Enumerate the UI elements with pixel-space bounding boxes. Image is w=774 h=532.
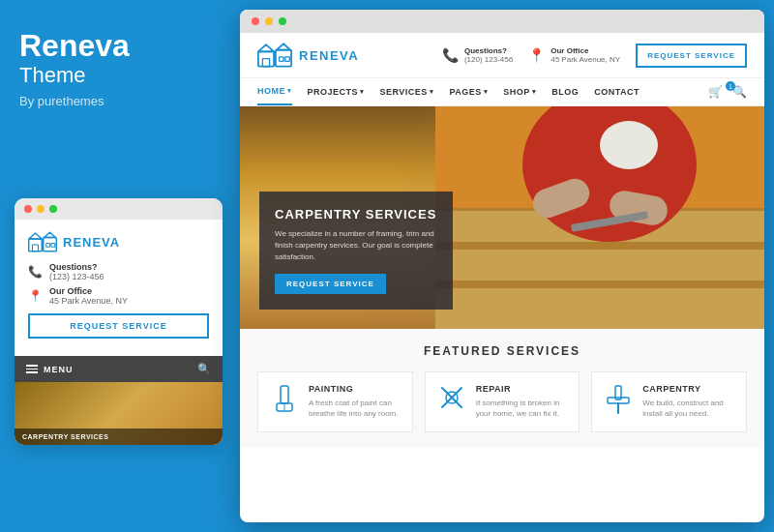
- service-card-repair: REPAIR If something is broken in your ho…: [425, 371, 580, 432]
- nav-icons: 🛒 1 🔍: [708, 85, 747, 99]
- mobile-logo-text: RENEVA: [63, 235, 120, 250]
- mobile-logo-icon: [28, 231, 57, 252]
- desktop-dot-red: [252, 17, 259, 25]
- service-carpentry-desc: We build, construct and install all you …: [642, 398, 734, 419]
- repair-icon: [437, 384, 466, 420]
- svg-marker-1: [29, 233, 43, 239]
- svg-rect-17: [435, 281, 764, 288]
- mobile-hero-title: CARPENTRY SERVICES: [22, 433, 215, 440]
- chevron-down-icon: ▾: [484, 88, 489, 96]
- mobile-request-button[interactable]: REQUEST SERVICE: [28, 313, 209, 339]
- desktop-questions-label: Questions?: [464, 46, 513, 55]
- desktop-phone-value: (120) 123-456: [464, 55, 513, 64]
- nav-item-pages[interactable]: PAGES ▾: [449, 79, 488, 104]
- dot-yellow: [37, 205, 45, 213]
- service-carpentry-name: CARPENTRY: [642, 384, 734, 394]
- mobile-contact-phone-row: 📞 Questions? (123) 123-456: [28, 262, 209, 281]
- service-painting-name: PAINTING: [309, 384, 401, 394]
- mobile-hero: CARPENTRY SERVICES: [15, 382, 223, 445]
- nav-item-shop[interactable]: SHOP ▾: [503, 79, 536, 104]
- svg-marker-11: [277, 44, 290, 49]
- mobile-preview-card: RENEVA 📞 Questions? (123) 123-456 📍 Our …: [15, 198, 223, 445]
- desktop-hero: CARPENTRY SERVICES We specialize in a nu…: [240, 106, 764, 329]
- nav-item-services[interactable]: SERVICES ▾: [380, 79, 434, 104]
- svg-rect-13: [285, 57, 290, 62]
- cart-icon[interactable]: 🛒: [708, 85, 723, 99]
- service-repair-desc: If something is broken in your home, we …: [476, 398, 568, 419]
- nav-item-contact[interactable]: CONTACT: [594, 79, 640, 104]
- svg-rect-16: [435, 242, 764, 250]
- service-card-carpentry: CARPENTRY We build, construct and instal…: [591, 371, 747, 432]
- services-grid: PAINTING A fresh coat of paint can breat…: [257, 371, 747, 432]
- mobile-card-content: RENEVA 📞 Questions? (123) 123-456 📍 Our …: [15, 220, 223, 350]
- hero-request-button[interactable]: REQUEST SERVICE: [275, 274, 386, 294]
- svg-point-23: [600, 121, 658, 169]
- desktop-dot-green: [279, 17, 286, 25]
- hero-worker-image: [435, 106, 764, 329]
- carpentry-icon: [604, 384, 633, 420]
- hero-title: CARPENTRY SERVICES: [275, 207, 437, 222]
- left-panel: Reneva Theme By purethemes RENEVA: [0, 0, 232, 532]
- nav-item-projects[interactable]: PROJECTS ▾: [308, 79, 365, 104]
- desktop-logo: RENEVA: [257, 43, 359, 68]
- featured-section: FEATURED SERVICES PAINTING A fresh coat …: [240, 329, 764, 448]
- mobile-office-label: Our Office: [49, 286, 128, 296]
- svg-rect-2: [33, 245, 39, 251]
- dot-green: [49, 205, 57, 213]
- mobile-office-address: 45 Park Avenue, NY: [49, 296, 128, 306]
- desktop-office-address: 45 Park Avenue, NY: [551, 55, 620, 64]
- service-painting-desc: A fresh coat of paint can breathe life i…: [309, 398, 401, 419]
- mobile-menu-bar: MENU 🔍: [15, 356, 223, 382]
- svg-rect-5: [46, 244, 50, 248]
- svg-rect-24: [281, 386, 288, 403]
- chevron-down-icon: ▾: [532, 88, 537, 96]
- mobile-contact-office-row: 📍 Our Office 45 Park Avenue, NY: [28, 286, 209, 306]
- desktop-location-icon: 📍: [528, 47, 545, 63]
- featured-title: FEATURED SERVICES: [257, 344, 747, 358]
- desktop-phone-item: 📞 Questions? (120) 123-456: [442, 46, 513, 64]
- mobile-menu-left: MENU: [26, 365, 74, 374]
- desktop-request-button[interactable]: REQUEST SERVICE: [636, 44, 747, 68]
- desktop-office-item: 📍 Our Office 45 Park Avenue, NY: [528, 46, 620, 64]
- desktop-nav: HOME ▾ PROJECTS ▾ SERVICES ▾ PAGES ▾ SHO…: [240, 78, 764, 106]
- brand-name: Reneva: [19, 29, 213, 63]
- svg-marker-4: [45, 232, 56, 237]
- mobile-questions-label: Questions?: [49, 262, 104, 272]
- desktop-logo-icon: [257, 43, 292, 68]
- mobile-browser-bar: [15, 198, 223, 220]
- desktop-browser-bar: [240, 10, 764, 33]
- nav-item-home[interactable]: HOME ▾: [257, 78, 292, 105]
- mobile-logo-row: RENEVA: [28, 231, 209, 252]
- hero-description: We specialize in a number of framing, tr…: [275, 228, 437, 263]
- service-card-painting: PAINTING A fresh coat of paint can breat…: [257, 371, 413, 432]
- svg-rect-6: [51, 244, 55, 248]
- nav-item-blog[interactable]: BLOG: [551, 79, 579, 104]
- brand-subtitle: Theme: [19, 63, 213, 88]
- svg-rect-9: [262, 59, 269, 67]
- desktop-office-label: Our Office: [551, 46, 620, 55]
- mobile-menu-label: MENU: [44, 365, 74, 374]
- hamburger-icon: [26, 365, 38, 373]
- chevron-down-icon: ▾: [287, 87, 292, 95]
- desktop-phone-icon: 📞: [442, 47, 459, 63]
- cart-badge: 1: [726, 81, 735, 91]
- desktop-preview: RENEVA 📞 Questions? (120) 123-456 📍 Our …: [240, 10, 764, 522]
- mobile-hero-overlay: CARPENTRY SERVICES: [15, 429, 223, 445]
- desktop-contacts: 📞 Questions? (120) 123-456 📍 Our Office …: [442, 44, 747, 68]
- desktop-logo-text: RENEVA: [299, 48, 359, 63]
- desktop-header: RENEVA 📞 Questions? (120) 123-456 📍 Our …: [240, 33, 764, 78]
- svg-marker-8: [258, 44, 274, 51]
- brand-by: By purethemes: [19, 94, 213, 108]
- svg-rect-12: [280, 57, 284, 62]
- desktop-dot-yellow: [265, 17, 273, 25]
- mobile-search-icon[interactable]: 🔍: [197, 363, 211, 375]
- mobile-phone-value: (123) 123-456: [49, 272, 104, 281]
- dot-red: [24, 205, 32, 213]
- chevron-down-icon: ▾: [360, 88, 365, 96]
- mobile-phone-icon: 📞: [28, 265, 43, 279]
- chevron-down-icon: ▾: [430, 88, 434, 96]
- mobile-location-icon: 📍: [28, 289, 43, 303]
- service-repair-name: REPAIR: [476, 384, 568, 394]
- painting-icon: [270, 384, 299, 420]
- hero-overlay-box: CARPENTRY SERVICES We specialize in a nu…: [259, 192, 453, 310]
